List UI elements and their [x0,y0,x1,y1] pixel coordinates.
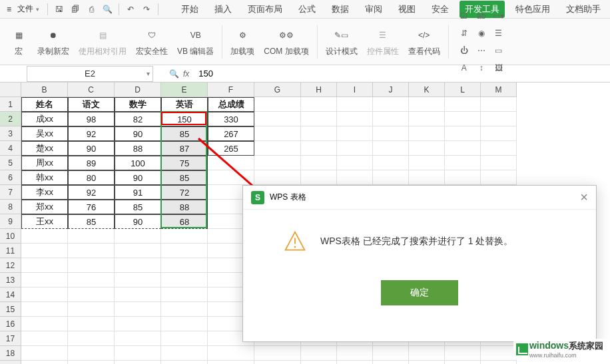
cell-C19[interactable] [68,361,115,364]
cell-D12[interactable] [115,258,161,273]
row-header-11[interactable]: 11 [0,244,21,258]
cell-J18[interactable] [373,346,409,361]
cell-G19[interactable] [254,361,301,364]
cell-H4[interactable] [301,141,337,156]
tab-9[interactable]: 特色应用 [510,1,555,18]
cell-D2[interactable] [115,112,161,126]
addins-button[interactable]: ⚙ 加载项 [226,26,258,57]
cell-E9[interactable] [161,214,208,229]
fx-icon[interactable]: fx [183,69,189,79]
cell-F2[interactable] [208,112,254,126]
cell-C6[interactable] [68,170,115,185]
cell-C5[interactable] [68,156,115,170]
tab-3[interactable]: 公式 [293,1,321,18]
cell-E14[interactable] [161,287,208,302]
row-header-13[interactable]: 13 [0,273,21,287]
col-header-M[interactable]: M [481,83,517,97]
cell-F4[interactable] [208,141,254,156]
cell-H3[interactable] [301,126,337,141]
cell-C15[interactable] [68,302,115,317]
tab-5[interactable]: 审阅 [360,1,388,18]
cell-I1[interactable] [337,97,373,112]
cell-B3[interactable] [21,126,68,141]
cell-D10[interactable] [115,229,161,244]
checkbox-control-icon[interactable]: ☑ [457,9,471,23]
col-header-J[interactable]: J [373,83,409,97]
row-header-10[interactable]: 10 [0,229,21,244]
cell-K19[interactable] [409,361,445,364]
cell-B2[interactable] [21,112,68,126]
cell-D6[interactable] [115,170,161,185]
cell-I19[interactable] [337,361,373,364]
cell-E6[interactable] [161,170,208,185]
view-code-button[interactable]: </> 查看代码 [404,26,444,57]
cell-D11[interactable] [115,244,161,258]
cell-L3[interactable] [445,126,481,141]
cell-D4[interactable] [115,141,161,156]
zoom-icon[interactable]: 🔍 [169,69,179,79]
cell-G1[interactable] [254,97,301,112]
cell-D1[interactable] [115,97,161,112]
cell-E1[interactable] [161,97,208,112]
col-header-G[interactable]: G [254,83,301,97]
cell-D8[interactable] [115,200,161,214]
more-controls-icon[interactable]: ⋯ [474,43,489,58]
close-icon[interactable]: × [580,190,588,205]
cell-H1[interactable] [301,97,337,112]
cell-L18[interactable] [445,346,481,361]
cell-L2[interactable] [445,112,481,126]
tab-0[interactable]: 开始 [176,1,204,18]
row-header-1[interactable]: 1 [0,97,21,112]
cell-F19[interactable] [208,361,254,364]
cell-B7[interactable] [21,185,68,200]
cell-B4[interactable] [21,141,68,156]
cell-M4[interactable] [481,141,517,156]
cell-E5[interactable] [161,156,208,170]
cell-K6[interactable] [409,170,445,185]
cell-C4[interactable] [68,141,115,156]
cell-J5[interactable] [373,156,409,170]
cell-E13[interactable] [161,273,208,287]
tab-2[interactable]: 页面布局 [242,1,288,18]
cell-G18[interactable] [254,346,301,361]
save-icon[interactable]: 🖫 [52,2,67,17]
cell-J3[interactable] [373,126,409,141]
cell-B6[interactable] [21,170,68,185]
cell-D3[interactable] [115,126,161,141]
cell-D9[interactable] [115,214,161,229]
cell-B13[interactable] [21,273,68,287]
cell-J6[interactable] [373,170,409,185]
cell-L5[interactable] [445,156,481,170]
cell-D7[interactable] [115,185,161,200]
row-header-6[interactable]: 6 [0,170,21,185]
cell-D19[interactable] [115,361,161,364]
cell-F1[interactable] [208,97,254,112]
cell-B17[interactable] [21,331,68,346]
row-header-8[interactable]: 8 [0,200,21,214]
select-all-corner[interactable] [0,83,21,97]
cell-D18[interactable] [115,346,161,361]
cell-K2[interactable] [409,112,445,126]
cell-D15[interactable] [115,302,161,317]
cell-K5[interactable] [409,156,445,170]
toggle-control-icon[interactable]: ⏻ [457,43,471,58]
button-control-icon[interactable]: ▭ [491,43,506,58]
cell-H6[interactable] [301,170,337,185]
cell-I2[interactable] [337,112,373,126]
row-header-15[interactable]: 15 [0,302,21,317]
label-control-icon[interactable]: A [457,61,471,75]
cell-E4[interactable] [161,141,208,156]
cell-E2[interactable] [161,112,208,126]
name-box[interactable]: E2 ▾ [27,66,153,82]
cell-B12[interactable] [21,258,68,273]
save-as-icon[interactable]: 🗐 [68,2,83,17]
cell-E16[interactable] [161,317,208,331]
control-props-button[interactable]: ☰ 控件属性 [363,26,403,57]
col-header-H[interactable]: H [301,83,337,97]
cell-M18[interactable] [481,346,517,361]
cell-C1[interactable] [68,97,115,112]
cell-G4[interactable] [254,141,301,156]
row-header-9[interactable]: 9 [0,214,21,229]
record-macro-button[interactable]: ⏺ 录制新宏 [33,26,73,57]
col-header-L[interactable]: L [445,83,481,97]
